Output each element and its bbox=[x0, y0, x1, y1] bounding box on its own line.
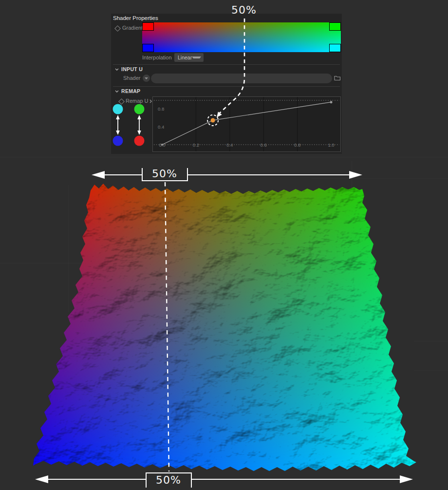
swap-arrowheads bbox=[116, 115, 141, 135]
swap-circle-cyan bbox=[113, 104, 123, 114]
parameter-diamond-icon bbox=[114, 25, 121, 32]
remap-point-start[interactable] bbox=[161, 144, 163, 146]
interpolation-label: Interpolation bbox=[142, 55, 172, 60]
y-tick-label: 0.4 bbox=[158, 124, 164, 130]
shader-input[interactable] bbox=[151, 74, 332, 83]
divider bbox=[113, 64, 340, 65]
chevron-down-icon bbox=[115, 68, 119, 71]
x-tick-label: 0.4 bbox=[226, 142, 233, 148]
shader-label: Shader bbox=[123, 75, 140, 81]
gradient-bar[interactable] bbox=[142, 22, 341, 52]
x-tick-label: 0.8 bbox=[294, 142, 300, 148]
folder-icon bbox=[334, 75, 341, 81]
remap-point-selected[interactable] bbox=[211, 118, 215, 122]
gradient-knot-bottom-right[interactable] bbox=[329, 44, 341, 52]
gradient-knot-top-left[interactable] bbox=[142, 22, 154, 31]
x-tick-label: 0.6 bbox=[261, 142, 267, 148]
folder-browse-button[interactable] bbox=[334, 75, 341, 81]
y-tick-label: 0.8 bbox=[158, 106, 164, 112]
shader-preset-button[interactable] bbox=[143, 75, 150, 82]
remap-point-end[interactable] bbox=[330, 101, 333, 103]
shader-properties-panel: Shader Properties Gradient bbox=[111, 14, 342, 154]
viewport: Shader Properties Gradient bbox=[0, 0, 448, 490]
gradient-label: Gradient bbox=[122, 25, 143, 31]
gradient-knot-top-right[interactable] bbox=[329, 22, 341, 31]
chevron-down-icon bbox=[115, 90, 119, 93]
section-header-input-u[interactable]: INPUT U bbox=[115, 66, 143, 72]
swap-circle-green bbox=[134, 104, 145, 114]
gradient-preview bbox=[142, 22, 341, 52]
interpolation-value: Linear bbox=[174, 55, 192, 60]
section-header-remap[interactable]: REMAP bbox=[115, 88, 140, 94]
interpolation-dropdown[interactable]: Linear bbox=[174, 53, 204, 62]
divider bbox=[113, 86, 340, 87]
chevron-down-icon bbox=[145, 77, 148, 79]
panel-title: Shader Properties bbox=[113, 15, 158, 21]
swap-arrow bbox=[118, 118, 139, 132]
swap-circle-blue bbox=[113, 136, 123, 146]
swap-circle-red bbox=[134, 136, 145, 146]
remap-curve-editor[interactable]: 0.8 0.4 0.0 0.2 0.4 0.6 0.8 1.0 bbox=[152, 96, 341, 152]
x-tick-label: 1.0 bbox=[328, 142, 334, 148]
gradient-swap-annotation bbox=[111, 99, 150, 151]
gradient-knot-bottom-left[interactable] bbox=[142, 44, 154, 52]
x-tick-label: 0.2 bbox=[193, 142, 199, 148]
chevron-down-icon bbox=[192, 57, 201, 58]
